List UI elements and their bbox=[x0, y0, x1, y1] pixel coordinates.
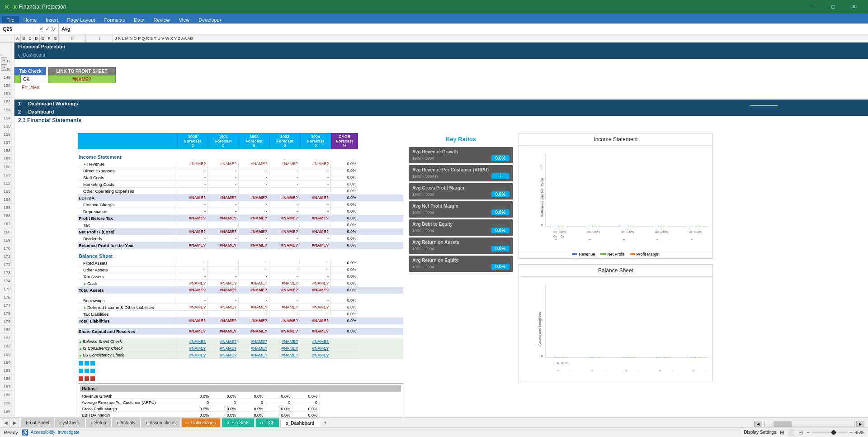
formula-content[interactable]: Avg bbox=[59, 26, 868, 32]
ribbon-tab-data[interactable]: Data bbox=[129, 16, 149, 24]
svg-text:0.0%: 0.0% bbox=[694, 230, 702, 233]
col-A[interactable]: A bbox=[14, 34, 21, 42]
legend-revenue: Revenue bbox=[572, 252, 595, 256]
ratio-card: Avg Debt to Equity 1900 - 1904 0.0% bbox=[409, 219, 513, 236]
formula-cancel-icon[interactable]: ✕ bbox=[39, 26, 43, 32]
list-item: EBITDA Margin0.0%0.0%0.0%0.0%0.0% bbox=[80, 412, 401, 417]
formula-insert-icon[interactable]: fx bbox=[52, 26, 56, 32]
key-ratios-panel: Key Ratios Avg Revenue Growth 1900 - 190… bbox=[408, 133, 514, 274]
maximize-btn[interactable]: □ bbox=[823, 0, 844, 14]
ribbon-tab-review[interactable]: Review bbox=[149, 16, 174, 24]
svg-text:0.0%: 0.0% bbox=[561, 361, 568, 365]
group-label-1: Dashboard Workings bbox=[28, 101, 78, 106]
ribbon-tab-formulas[interactable]: Formulas bbox=[99, 16, 129, 24]
title-bar: ✕ X Financial Projection ─ □ ✕ bbox=[0, 0, 868, 14]
income-statement-title: Income Statement bbox=[79, 154, 122, 160]
tab-add[interactable]: + bbox=[320, 418, 330, 427]
view-layout-btn[interactable]: ⬜ bbox=[788, 429, 795, 436]
zoom-out-btn[interactable]: − bbox=[807, 429, 810, 436]
svg-rect-16 bbox=[620, 226, 626, 226]
formula-confirm-icon[interactable]: ✓ bbox=[45, 26, 50, 32]
ratio-cards-list: Avg Revenue Growth 1900 - 1904 0.0% Avg … bbox=[408, 147, 514, 272]
balance-chart-title: Balance Sheet bbox=[519, 265, 712, 277]
err-alert-label: Err_Alert bbox=[22, 85, 39, 90]
row-151: OK #NAME? bbox=[14, 75, 868, 83]
ribbon-tab-insert[interactable]: Insert bbox=[41, 16, 63, 24]
table-row: Marketing Costs-----0.0% bbox=[78, 181, 403, 188]
col-F[interactable]: F bbox=[46, 34, 52, 42]
ratio-card: Avg Return on Equity 1900 - 1904 0.0% bbox=[409, 256, 513, 272]
tab-c-calculations[interactable]: c_Calculations bbox=[181, 418, 221, 427]
svg-rect-50 bbox=[656, 357, 662, 357]
col-header-cagr: CAGRForecast% bbox=[331, 133, 358, 149]
zoom-in-btn[interactable]: + bbox=[849, 429, 853, 436]
row-152: Err_Alert bbox=[14, 83, 868, 91]
zoom-level[interactable]: 65% bbox=[854, 430, 864, 435]
col-B[interactable]: B bbox=[21, 34, 27, 42]
table-row: ▲Balance Sheet Check#NAME?#NAME?#NAME?#N… bbox=[78, 338, 403, 345]
link-to-front-sheet-btn[interactable]: LINK TO FRONT SHEET bbox=[48, 67, 116, 75]
table-row: Tax Assets-----0.0% bbox=[78, 273, 403, 280]
view-page-break-btn[interactable]: ⊟ bbox=[798, 429, 803, 436]
name-box[interactable]: Q25 bbox=[0, 24, 36, 34]
svg-text:Forecast: Forecast bbox=[623, 238, 637, 240]
tab-syscheck[interactable]: sysCheck bbox=[55, 418, 85, 427]
accessibility-text[interactable]: Accessibility: Investigate bbox=[31, 430, 80, 435]
horizontal-scrollbar[interactable] bbox=[764, 421, 854, 427]
zoom-slider[interactable] bbox=[811, 432, 848, 433]
group-collapse-btn-2[interactable]: - bbox=[1, 64, 7, 71]
ribbon-tab-layout[interactable]: Page Layout bbox=[63, 16, 100, 24]
col-D[interactable]: D bbox=[33, 34, 40, 42]
tab-front-sheet[interactable]: Front Sheet bbox=[21, 418, 54, 427]
tab-o-dashboard[interactable]: o_Dashboard bbox=[280, 418, 319, 427]
table-row: ▲IS Consistency Check#NAME?#NAME?#NAME?#… bbox=[78, 345, 403, 352]
formula-bar: Q25 ✕ ✓ fx Avg bbox=[0, 24, 868, 34]
svg-text:0.0%: 0.0% bbox=[559, 230, 566, 233]
tab-i-actuals[interactable]: i_Actuals bbox=[112, 418, 141, 427]
table-row: ▲Deferred Income & Other Liabilities#NAM… bbox=[78, 304, 403, 311]
svg-rect-43 bbox=[561, 357, 568, 357]
tab-i-assumptions[interactable]: i_Assumptions bbox=[141, 418, 180, 427]
col-E[interactable]: E bbox=[40, 34, 46, 42]
horizontal-scroll-right[interactable]: ▶ bbox=[856, 421, 864, 427]
svg-text:0k: 0k bbox=[561, 235, 564, 238]
separator-1 bbox=[78, 149, 403, 153]
row-153 bbox=[14, 91, 868, 100]
ribbon-tab-home[interactable]: Home bbox=[19, 16, 41, 24]
svg-rect-53 bbox=[697, 357, 703, 357]
empty-row-150 bbox=[14, 125, 868, 133]
col-C[interactable]: C bbox=[27, 34, 33, 42]
minimize-btn[interactable]: ─ bbox=[802, 0, 823, 14]
tab-nav-next[interactable]: ▶ bbox=[11, 418, 19, 427]
ratio-card: Avg Net Profit Margin 1900 - 1904 0.0% bbox=[409, 201, 513, 218]
table-row: Finance Charge-----0.0% bbox=[78, 201, 403, 208]
svg-rect-49 bbox=[629, 357, 636, 357]
title-financial-projection: Financial Projection bbox=[18, 44, 66, 49]
svg-rect-46 bbox=[588, 357, 594, 357]
tab-o-dcf[interactable]: o_DCF bbox=[255, 418, 280, 427]
ribbon-tab-file[interactable]: File bbox=[2, 16, 19, 24]
svg-text:Forecast: Forecast bbox=[557, 370, 571, 371]
accessibility-icon[interactable]: ♿ bbox=[22, 429, 29, 436]
financial-table-container: 1900Forecast0 1901Forecast0 1902Forecast… bbox=[78, 133, 403, 417]
col-H[interactable]: H bbox=[59, 34, 86, 42]
tab-o-fin-stats[interactable]: o_Fin Stats bbox=[222, 418, 255, 427]
ribbon-tab-view[interactable]: View bbox=[175, 16, 194, 24]
tab-nav-prev[interactable]: ◀ bbox=[2, 418, 10, 427]
table-row: Other Assets-----0.0% bbox=[78, 266, 403, 273]
svg-rect-21 bbox=[661, 226, 667, 226]
link-value: #NAME? bbox=[72, 77, 91, 82]
income-statement-rows: ▲Revenue#NAME?#NAME?#NAME?#NAME?#NAME?0.… bbox=[78, 161, 403, 249]
horizontal-scroll-left[interactable]: ◀ bbox=[754, 421, 762, 427]
svg-rect-24 bbox=[688, 226, 694, 226]
view-normal-btn[interactable]: ⊞ bbox=[780, 429, 784, 436]
table-row: EBITDA#NAME?#NAME?#NAME?#NAME?#NAME?0.0% bbox=[78, 195, 403, 201]
col-G[interactable]: G bbox=[52, 34, 59, 42]
income-chart-area: Revenues and Net Profit 0 0 1 1 bbox=[519, 146, 712, 250]
group-collapse-btn[interactable]: - bbox=[1, 57, 7, 63]
ribbon-tab-developer[interactable]: Developer bbox=[194, 16, 226, 24]
col-I[interactable]: I bbox=[86, 34, 113, 42]
tab-i-setup[interactable]: i_Setup bbox=[86, 418, 111, 427]
display-settings-text[interactable]: Display Settings bbox=[744, 430, 776, 435]
close-btn[interactable]: ✕ bbox=[844, 0, 864, 14]
